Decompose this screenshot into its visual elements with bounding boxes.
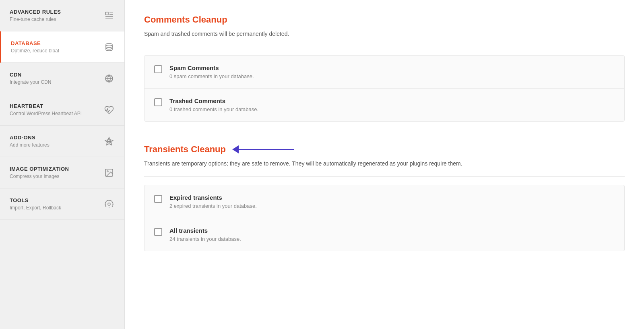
sidebar-item-image-optimization-title: IMAGE OPTIMIZATION xyxy=(10,166,69,172)
rules-icon xyxy=(103,10,115,21)
all-transients-option: All transients 24 transients in your dat… xyxy=(144,218,624,251)
sidebar-item-add-ons-subtitle: Add more features xyxy=(10,142,50,148)
trashed-comments-checkbox[interactable] xyxy=(154,98,162,106)
image-optimization-icon xyxy=(103,167,115,178)
heartbeat-icon xyxy=(103,104,115,116)
sidebar-item-advanced-rules[interactable]: ADVANCED RULES Fine-tune cache rules xyxy=(0,0,124,31)
sidebar-item-add-ons[interactable]: ADD-ONS Add more features xyxy=(0,126,124,157)
sidebar-item-cdn-title: CDN xyxy=(10,72,51,78)
spam-comments-checkbox[interactable] xyxy=(154,65,162,73)
main-content: Comments Cleanup Spam and trashed commen… xyxy=(125,0,644,329)
trashed-comments-option: Trashed Comments 0 trashed comments in y… xyxy=(144,89,624,121)
all-transients-value: 24 transients in your database. xyxy=(169,236,241,242)
sidebar-item-tools[interactable]: TOOLS Import, Export, Rollback xyxy=(0,188,124,220)
svg-rect-12 xyxy=(109,141,111,143)
sidebar-item-database[interactable]: DATABASE Optimize, reduce bloat xyxy=(0,31,124,63)
spam-comments-label: Spam Comments xyxy=(169,64,254,71)
sidebar-item-heartbeat[interactable]: HEARTBEAT Control WordPress Heartbeat AP… xyxy=(0,94,124,126)
all-transients-label: All transients xyxy=(169,227,241,234)
sidebar-item-image-optimization[interactable]: IMAGE OPTIMIZATION Compress your images xyxy=(0,157,124,188)
expired-transients-option: Expired transients 2 expired transients … xyxy=(144,185,624,218)
sidebar-item-database-title: DATABASE xyxy=(11,40,59,46)
svg-point-5 xyxy=(106,43,112,46)
sidebar-item-add-ons-title: ADD-ONS xyxy=(10,134,50,141)
sidebar-item-advanced-rules-title: ADVANCED RULES xyxy=(10,9,61,15)
expired-transients-checkbox[interactable] xyxy=(154,195,162,203)
expired-transients-value: 2 expired transients in your database. xyxy=(169,203,257,209)
spam-comments-value: 0 spam comments in your database. xyxy=(169,73,254,79)
transients-header: Transients Cleanup xyxy=(144,144,625,155)
sidebar: ADVANCED RULES Fine-tune cache rules DAT… xyxy=(0,0,125,329)
database-icon xyxy=(103,41,115,53)
sidebar-item-tools-title: TOOLS xyxy=(10,197,61,203)
tools-icon xyxy=(103,199,115,210)
spam-comments-option: Spam Comments 0 spam comments in your da… xyxy=(144,56,624,89)
expired-transients-label: Expired transients xyxy=(169,194,257,201)
svg-point-15 xyxy=(108,203,110,205)
svg-point-14 xyxy=(107,171,108,172)
cdn-icon xyxy=(103,73,115,84)
arrow-annotation xyxy=(232,145,294,153)
svg-rect-0 xyxy=(105,12,108,15)
transients-options-card: Expired transients 2 expired transients … xyxy=(144,185,625,251)
transients-cleanup-description: Transients are temporary options; they a… xyxy=(144,160,625,177)
trashed-comments-label: Trashed Comments xyxy=(169,97,258,104)
addons-icon xyxy=(103,136,115,147)
transients-cleanup-title: Transients Cleanup xyxy=(144,144,226,155)
sidebar-item-heartbeat-title: HEARTBEAT xyxy=(10,103,82,109)
sidebar-item-tools-subtitle: Import, Export, Rollback xyxy=(10,205,61,211)
sidebar-item-cdn-subtitle: Integrate your CDN xyxy=(10,79,51,85)
sidebar-item-image-optimization-subtitle: Compress your images xyxy=(10,174,69,179)
transients-cleanup-section: Transients Cleanup Transients are tempor… xyxy=(125,130,644,251)
all-transients-checkbox[interactable] xyxy=(154,228,162,236)
arrow-line xyxy=(238,149,294,150)
comments-cleanup-description: Spam and trashed comments will be perman… xyxy=(144,31,625,47)
comments-options-card: Spam Comments 0 spam comments in your da… xyxy=(144,55,625,122)
trashed-comments-value: 0 trashed comments in your database. xyxy=(169,106,258,112)
comments-cleanup-title: Comments Cleanup xyxy=(144,14,625,25)
sidebar-item-heartbeat-subtitle: Control WordPress Heartbeat API xyxy=(10,111,82,116)
sidebar-item-cdn[interactable]: CDN Integrate your CDN xyxy=(0,63,124,94)
sidebar-item-database-subtitle: Optimize, reduce bloat xyxy=(11,48,59,54)
sidebar-item-advanced-rules-subtitle: Fine-tune cache rules xyxy=(10,17,61,22)
comments-cleanup-section: Comments Cleanup Spam and trashed commen… xyxy=(125,0,644,122)
